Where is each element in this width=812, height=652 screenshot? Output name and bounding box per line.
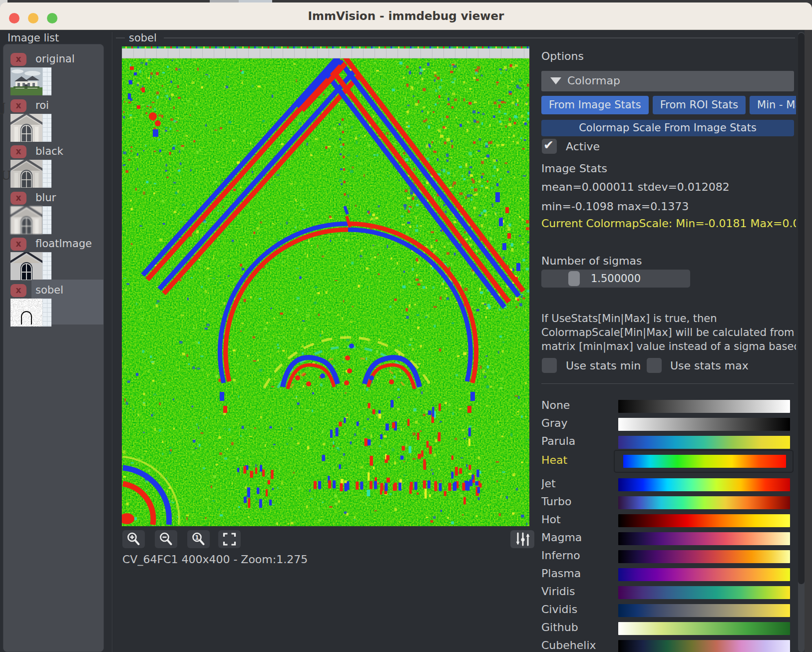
use-stats-max-label[interactable]: Use stats max (670, 359, 749, 372)
colormap-label-cubehelix[interactable]: Cubehelix (541, 639, 596, 652)
image-item-label[interactable]: black (35, 145, 63, 157)
usestats-note-line3: matrix [min|max] value instead of a sigm… (541, 340, 796, 352)
image-list-title: Image list (7, 32, 59, 44)
colormap-gradient-bar[interactable] (618, 622, 790, 635)
active-checkbox[interactable] (542, 139, 557, 154)
alpha-checkerboard (42, 206, 51, 234)
image-thumbnail[interactable] (10, 299, 51, 326)
alpha-checkerboard (122, 48, 529, 58)
image-list-item-floatImage[interactable]: xfloatImage (3, 238, 103, 283)
image-status-text: CV_64FC1 400x400 - Zoom:1.275 (122, 553, 308, 566)
colormap-label-inferno[interactable]: Inferno (541, 549, 580, 562)
image-item-label[interactable]: sobel (35, 284, 63, 296)
image-list-item-original[interactable]: xoriginal (3, 53, 103, 98)
image-thumbnail[interactable] (10, 114, 51, 142)
zoom-in-button[interactable] (122, 530, 145, 548)
colormap-label-gray[interactable]: Gray (541, 417, 568, 429)
close-image-button[interactable]: x (10, 53, 26, 66)
image-thumbnail[interactable] (10, 252, 51, 280)
colormap-gradient-bar[interactable] (618, 478, 790, 491)
use-stats-min-label[interactable]: Use stats min (566, 359, 641, 372)
chevron-down-icon (550, 77, 561, 84)
image-item-label[interactable]: floatImage (35, 238, 92, 250)
zoom-out-icon (158, 531, 174, 547)
colormap-gradient-bar[interactable] (618, 436, 790, 449)
screen: ImmVision - immdebug viewer Image list x… (0, 0, 812, 652)
colormap-label-jet[interactable]: Jet (541, 477, 556, 490)
image-thumbnail[interactable] (10, 160, 51, 188)
close-image-button[interactable]: x (10, 192, 26, 205)
app-window: Image list xoriginalxroixblackxblurxfloa… (0, 30, 805, 652)
stats-mean-stdev: mean=0.000011 stdev=0.012082 (541, 181, 730, 193)
selected-colormap-frame[interactable] (614, 450, 794, 473)
fit-view-icon (221, 531, 238, 547)
scale-tab-from-image-stats[interactable]: From Image Stats (541, 96, 649, 114)
image-list-item-sobel[interactable]: xsobel (3, 284, 103, 329)
zoom-out-button[interactable] (155, 530, 177, 548)
image-display[interactable] (122, 46, 529, 526)
fit-view-button[interactable] (218, 530, 241, 548)
colormap-gradient-bar[interactable] (618, 586, 790, 599)
use-stats-max-checkbox[interactable] (647, 358, 662, 373)
separator (541, 383, 794, 384)
zoom-in-icon (125, 531, 142, 547)
alpha-checkerboard (42, 67, 51, 95)
current-colormap-scale: Current ColormapScale: Min=-0.0181 Max=0… (541, 217, 796, 230)
colormap-gradient-bar[interactable] (618, 496, 790, 509)
colormap-gradient-bar[interactable] (618, 418, 790, 431)
close-image-button[interactable]: x (10, 238, 26, 251)
colormap-gradient-bar[interactable] (618, 532, 790, 545)
use-stats-min-checkbox[interactable] (542, 358, 557, 373)
image-item-label[interactable]: original (35, 53, 75, 65)
colormap-label-github[interactable]: Github (541, 621, 578, 634)
colormap-label-viridis[interactable]: Viridis (541, 585, 575, 598)
image-list-item-black[interactable]: xblack (3, 145, 103, 190)
zoom-100-icon: 1 (190, 531, 207, 547)
colormap-label-heat[interactable]: Heat (541, 454, 567, 466)
adjust-colormap-button[interactable] (510, 530, 534, 548)
image-thumbnail[interactable] (10, 206, 51, 234)
colormap-collapsing-header[interactable]: Colormap (541, 71, 794, 91)
scale-tab-min-max[interactable]: Min - Max (750, 96, 796, 114)
colormap-gradient-bar[interactable] (618, 640, 790, 652)
zoom-reset-button[interactable]: 1 (187, 530, 210, 548)
image-item-label[interactable]: roi (35, 99, 49, 111)
colormap-gradient-bar[interactable] (618, 604, 790, 617)
scale-tab-from-roi-stats[interactable]: From ROI Stats (653, 96, 746, 114)
colormap-label-magma[interactable]: Magma (541, 531, 582, 544)
viewer-header-label[interactable]: sobel (129, 32, 157, 44)
image-item-label[interactable]: blur (35, 192, 56, 204)
colormap-gradient-bar[interactable] (618, 514, 790, 527)
image-list-item-blur[interactable]: xblur (3, 192, 103, 237)
colormap-gradient-bar[interactable] (618, 568, 790, 581)
alpha-checkerboard (42, 299, 51, 326)
colormap-header-label: Colormap (567, 74, 620, 87)
colormap-label-hot[interactable]: Hot (541, 513, 561, 526)
colormap-label-parula[interactable]: Parula (541, 435, 575, 447)
colormap-label-plasma[interactable]: Plasma (541, 567, 581, 580)
header-line-left (116, 37, 125, 38)
options-scrollbar-thumb[interactable] (798, 33, 805, 584)
active-checkbox-label[interactable]: Active (566, 140, 600, 153)
sigmas-slider[interactable]: 1.500000 (541, 270, 690, 288)
image-list-item-roi[interactable]: xroi (3, 99, 103, 144)
close-image-button[interactable]: x (10, 99, 26, 112)
alpha-checkerboard (42, 252, 51, 280)
image-thumbnail[interactable] (10, 67, 51, 95)
close-image-button[interactable]: x (10, 145, 26, 158)
colormap-label-turbo[interactable]: Turbo (541, 495, 572, 508)
colormap-gradient-bar[interactable] (623, 455, 786, 468)
colormap-label-none[interactable]: None (541, 399, 570, 411)
close-image-button[interactable]: x (10, 284, 26, 297)
image-stats-title: Image Stats (541, 162, 607, 175)
options-title: Options (541, 50, 584, 62)
colormap-scale-from-image-stats-button[interactable]: Colormap Scale From Image Stats (541, 120, 794, 136)
colormap-gradient-bar[interactable] (618, 400, 790, 413)
colormap-gradient-bar[interactable] (618, 550, 790, 563)
colormap-label-cividis[interactable]: Cividis (541, 603, 577, 616)
window-titlebar[interactable]: ImmVision - immdebug viewer (0, 2, 812, 30)
image-list-panel[interactable]: xoriginalxroixblackxblurxfloatImagexsobe… (3, 44, 104, 652)
sobel-image[interactable] (122, 58, 529, 526)
panel-divider (112, 32, 112, 652)
adjust-sliders-icon (513, 531, 531, 547)
